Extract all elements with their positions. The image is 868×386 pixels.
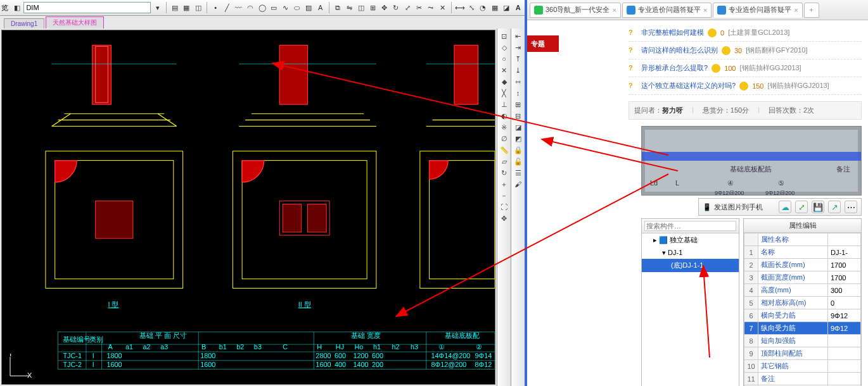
prop-row-selected[interactable]: 7纵向受力筋9Φ12 bbox=[744, 322, 861, 335]
zoom-ext-icon[interactable]: ⛶ bbox=[499, 202, 510, 212]
unlock-icon[interactable]: 🔓 bbox=[513, 156, 524, 166]
send-back-icon[interactable]: ◩ bbox=[513, 134, 524, 144]
scale-icon[interactable]: ⤢ bbox=[402, 2, 412, 13]
table-icon[interactable]: ▦ bbox=[490, 2, 500, 13]
line-icon[interactable]: ╱ bbox=[222, 2, 232, 13]
dim-aligned-icon[interactable]: ⤡ bbox=[466, 2, 476, 13]
point-icon[interactable]: • bbox=[210, 2, 220, 13]
move-icon[interactable]: ✥ bbox=[379, 2, 389, 13]
snap-end-icon[interactable]: ⊡ bbox=[499, 31, 510, 41]
prop-row[interactable]: 11备注 bbox=[744, 373, 861, 385]
polyline-icon[interactable]: 〰 bbox=[234, 2, 244, 13]
dropdown-icon[interactable]: ▾ bbox=[152, 2, 162, 13]
layer-states-icon[interactable]: ◫ bbox=[193, 2, 203, 13]
share-icon[interactable]: ↗ bbox=[828, 201, 841, 213]
dim-linear-icon[interactable]: ⟷ bbox=[454, 2, 464, 13]
prop-row[interactable]: 8短向加强筋 bbox=[744, 335, 861, 347]
close-icon[interactable]: × bbox=[612, 6, 616, 14]
rotate-icon[interactable]: ↻ bbox=[391, 2, 401, 13]
snap-perp-icon[interactable]: ⊥ bbox=[499, 99, 510, 109]
align-left-icon[interactable]: ⇤ bbox=[513, 31, 524, 41]
qa-link[interactable]: 请问这样的暗柱怎么识别 bbox=[641, 46, 718, 55]
svg-text:600: 600 bbox=[372, 352, 383, 359]
new-tab-button[interactable]: ＋ bbox=[804, 3, 819, 18]
hatch-icon[interactable]: ▨ bbox=[303, 2, 314, 13]
spline-icon[interactable]: ∿ bbox=[280, 2, 290, 13]
font-icon[interactable]: A bbox=[513, 2, 523, 13]
prop-row[interactable]: 3截面宽度(mm)1700 bbox=[744, 271, 861, 284]
ungroup-icon[interactable]: ⊟ bbox=[513, 111, 524, 121]
prop-row[interactable]: 9顶部柱间配筋 bbox=[744, 347, 861, 360]
save-icon[interactable]: 💾 bbox=[812, 201, 824, 213]
drawing-canvas[interactable]: I 型 II 型 基础编号 类别 基础 平 面 尺寸 bbox=[1, 30, 495, 385]
align-right-icon[interactable]: ⇥ bbox=[513, 42, 524, 53]
rect-icon[interactable]: ▭ bbox=[269, 2, 279, 13]
tab-foundation[interactable]: 天然基础大样图 bbox=[46, 16, 104, 28]
layers-icon[interactable]: ▤ bbox=[170, 2, 180, 13]
align-top-icon[interactable]: ⤒ bbox=[513, 54, 524, 64]
measure-icon[interactable]: 📏 bbox=[499, 145, 510, 155]
zoom-in-icon[interactable]: ＋ bbox=[499, 179, 510, 189]
prop-row[interactable]: 2截面长度(mm)1700 bbox=[744, 259, 861, 271]
lock-icon[interactable]: 🔒 bbox=[513, 145, 524, 155]
refresh-icon[interactable]: ↻ bbox=[499, 168, 510, 178]
close-icon[interactable]: × bbox=[703, 6, 707, 14]
circle-icon[interactable]: ◯ bbox=[257, 2, 267, 13]
prop-row[interactable]: 1名称DJ-1- bbox=[744, 246, 861, 259]
qa-link[interactable]: 非完整桩帽如何建模 bbox=[641, 28, 704, 37]
dist-v-icon[interactable]: ↕ bbox=[513, 88, 524, 98]
trim-icon[interactable]: ✂ bbox=[414, 2, 424, 13]
pan-icon[interactable]: ✥ bbox=[499, 213, 510, 223]
snap-node-icon[interactable]: ✕ bbox=[499, 65, 510, 75]
prop-row[interactable]: 6横向受力筋9Φ12 bbox=[744, 309, 861, 322]
paint-icon[interactable]: 🖌 bbox=[513, 179, 524, 189]
dim-radius-icon[interactable]: ◔ bbox=[478, 2, 488, 13]
copy-icon[interactable]: ⧉ bbox=[333, 2, 343, 13]
close-icon[interactable]: × bbox=[794, 6, 798, 14]
arc-icon[interactable]: ◠ bbox=[245, 2, 255, 13]
mirror-icon[interactable]: ⇋ bbox=[344, 2, 354, 13]
prop-row[interactable]: 5相对底标高(m)0 bbox=[744, 297, 861, 309]
extend-icon[interactable]: ⤳ bbox=[426, 2, 436, 13]
group-icon[interactable]: ⊞ bbox=[513, 99, 524, 109]
browser-tab-2[interactable]: 专业造价问题答疑平 × bbox=[713, 3, 802, 18]
snap-quad-icon[interactable]: ◆ bbox=[499, 77, 510, 87]
command-input[interactable] bbox=[23, 2, 151, 13]
browser-tab-0[interactable]: 360导航_新一代安全 × bbox=[530, 3, 621, 18]
browser-tab-1[interactable]: 专业造价问题答疑平 × bbox=[622, 3, 712, 18]
svg-text:1800: 1800 bbox=[106, 352, 122, 359]
qa-link[interactable]: 这个独立基础这样定义的对吗? bbox=[641, 81, 736, 90]
zoom-out-icon[interactable]: － bbox=[499, 190, 510, 201]
tree-root[interactable]: ▸ 🟦 独立基础 bbox=[642, 233, 739, 247]
snap-none-icon[interactable]: ∅ bbox=[499, 134, 510, 144]
snap-center-icon[interactable]: ○ bbox=[499, 54, 510, 64]
cloud-icon[interactable]: ☁ bbox=[779, 201, 791, 213]
history-icon[interactable]: ◧ bbox=[12, 2, 22, 13]
ellipse-icon[interactable]: ⬭ bbox=[292, 2, 302, 13]
dist-h-icon[interactable]: ⇿ bbox=[513, 77, 524, 87]
array-icon[interactable]: ⊞ bbox=[367, 2, 378, 13]
tree-node-dj1-1[interactable]: (底)DJ-1-1 bbox=[642, 259, 739, 272]
more-icon[interactable]: ⋯ bbox=[845, 201, 857, 213]
snap-tan-icon[interactable]: ◐ bbox=[499, 111, 510, 121]
align-bottom-icon[interactable]: ⤓ bbox=[513, 65, 524, 75]
text-icon[interactable]: A bbox=[315, 2, 325, 13]
qa-link[interactable]: 异形桩承台怎么提取? bbox=[641, 63, 708, 73]
tab-drawing1[interactable]: Drawing1 bbox=[4, 18, 44, 28]
bring-front-icon[interactable]: ◪ bbox=[513, 122, 524, 132]
attached-photo[interactable]: 基础底板配筋 备注 Ld L ④ ⑤ 9Φ12@200 9Φ12@200 bbox=[641, 126, 862, 196]
snap-near-icon[interactable]: ※ bbox=[499, 122, 510, 132]
erase-icon[interactable]: ✕ bbox=[437, 2, 447, 13]
area-icon[interactable]: ▱ bbox=[499, 156, 510, 166]
snap-int-icon[interactable]: ╳ bbox=[499, 88, 510, 98]
tree-node-dj1[interactable]: ▾ DJ-1 bbox=[642, 247, 739, 259]
tree-search-input[interactable] bbox=[644, 221, 736, 231]
prop-row[interactable]: 10其它钢筋 bbox=[744, 360, 861, 373]
offset-icon[interactable]: ◫ bbox=[355, 2, 366, 13]
snap-mid-icon[interactable]: ◇ bbox=[499, 42, 510, 53]
expand-icon[interactable]: ⤢ bbox=[795, 201, 808, 213]
props-icon[interactable]: ☰ bbox=[513, 168, 524, 178]
block-icon[interactable]: ◪ bbox=[501, 2, 511, 13]
layer-props-icon[interactable]: ▦ bbox=[181, 2, 191, 13]
prop-row[interactable]: 4高度(mm)300 bbox=[744, 284, 861, 297]
